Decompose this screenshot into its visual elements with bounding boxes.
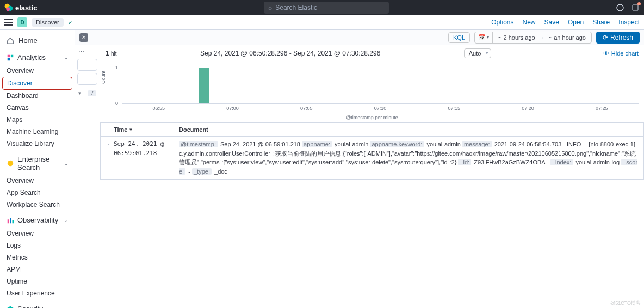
svg-point-2 xyxy=(6,7,10,11)
top-link-open[interactable]: Open xyxy=(568,19,584,26)
nav-item-discover[interactable]: Discover xyxy=(2,77,72,90)
nav-item-canvas[interactable]: Canvas xyxy=(2,102,72,114)
document-cell: @timestamp: Sep 24, 2021 @ 06:59:01.218 … xyxy=(179,140,641,176)
refresh-icon: ⟳ xyxy=(603,34,608,41)
chart-bar[interactable] xyxy=(199,68,209,103)
section-icon xyxy=(7,159,14,167)
nav-item-metrics[interactable]: Metrics xyxy=(2,251,72,263)
hide-chart-button[interactable]: 👁 Hide chart xyxy=(603,50,639,57)
svg-rect-6 xyxy=(8,58,10,60)
xtick: 06:55 xyxy=(153,106,165,111)
nav-item-overview[interactable]: Overview xyxy=(2,65,72,77)
help-icon[interactable] xyxy=(616,3,624,12)
nav-item-dashboard[interactable]: Dashboard xyxy=(2,90,72,102)
chevron-down-icon: ⌄ xyxy=(64,54,68,60)
xtick: 07:00 xyxy=(226,106,239,111)
svg-rect-8 xyxy=(8,219,9,223)
nav-home[interactable]: Home xyxy=(2,33,72,48)
svg-rect-10 xyxy=(13,220,14,223)
calendar-icon[interactable]: 📅▾ xyxy=(475,32,493,43)
table-row: › Sep 24, 2021 @ 06:59:01.218 @timestamp… xyxy=(101,137,643,179)
field-search[interactable] xyxy=(77,73,97,85)
top-link-new[interactable]: New xyxy=(523,19,536,26)
fields-toggle[interactable]: ▾ 7 xyxy=(77,87,97,99)
elastic-icon xyxy=(4,3,13,12)
app-breadcrumb[interactable]: Discover xyxy=(32,18,64,27)
xtick: 07:15 xyxy=(448,106,460,111)
results-table: Time ▼ Document › Sep 24, 2021 @ 06:59:0… xyxy=(100,122,644,180)
xtick: 07:20 xyxy=(522,106,534,111)
index-pattern-selector[interactable] xyxy=(77,59,97,71)
sort-desc-icon: ▼ xyxy=(128,127,133,132)
chevron-down-icon: ⌄ xyxy=(64,161,68,167)
xtick: 07:25 xyxy=(596,106,608,111)
time-range-display: Sep 24, 2021 @ 06:50:28.296 - Sep 24, 20… xyxy=(122,50,459,57)
fields-panel: ⋯ ≡ ▾ 7 xyxy=(75,45,100,308)
watermark: @51CTO博客 xyxy=(610,300,641,307)
nav-item-machine-learning[interactable]: Machine Learning xyxy=(2,126,72,138)
nav-item-app-search[interactable]: App Search xyxy=(2,187,72,199)
section-icon xyxy=(7,54,14,61)
section-icon xyxy=(7,217,14,224)
nav-item-overview[interactable]: Overview xyxy=(2,175,72,187)
top-link-inspect[interactable]: Inspect xyxy=(618,19,640,26)
svg-rect-4 xyxy=(8,54,10,57)
notification-dot xyxy=(637,2,641,5)
svg-point-7 xyxy=(8,161,14,167)
nav-sidebar: Home Analytics⌄OverviewDiscoverDashboard… xyxy=(0,30,75,308)
col-document[interactable]: Document xyxy=(177,123,643,136)
xtick: 07:05 xyxy=(300,106,313,111)
global-search[interactable]: ⌕ Search Elastic xyxy=(264,2,389,14)
news-icon[interactable] xyxy=(631,3,640,12)
svg-rect-9 xyxy=(10,218,11,223)
date-picker[interactable]: 📅▾ ~ 2 hours ago → ~ an hour ago xyxy=(474,32,592,44)
interval-select[interactable]: Auto xyxy=(464,48,492,58)
nav-item-apm[interactable]: APM xyxy=(2,263,72,275)
nav-section-security[interactable]: Security⌄ xyxy=(2,301,72,308)
nav-item-maps[interactable]: Maps xyxy=(2,114,72,126)
nav-item-logs[interactable]: Logs xyxy=(2,239,72,251)
search-icon: ⌕ xyxy=(268,4,272,11)
col-time[interactable]: Time ▼ xyxy=(112,123,177,136)
close-filter[interactable]: ✕ xyxy=(79,33,88,42)
saved-check-icon: ✓ xyxy=(68,19,73,26)
svg-point-3 xyxy=(617,4,623,11)
home-icon xyxy=(7,37,14,45)
svg-rect-5 xyxy=(11,54,13,57)
nav-section-analytics[interactable]: Analytics⌄ xyxy=(2,50,72,65)
xaxis-label: @timestamp per minute xyxy=(100,115,644,120)
arrow-right-icon: → xyxy=(539,34,545,41)
elastic-logo[interactable]: elastic xyxy=(4,3,37,12)
expand-row[interactable]: › xyxy=(103,140,114,176)
settings-icon[interactable]: ⋯ xyxy=(78,48,84,56)
chevron-down-icon: ⌄ xyxy=(64,306,68,308)
menu-toggle[interactable] xyxy=(4,18,13,27)
nav-item-uptime[interactable]: Uptime xyxy=(2,275,72,287)
nav-item-workplace-search[interactable]: Workplace Search xyxy=(2,199,72,211)
nav-item-visualize-library[interactable]: Visualize Library xyxy=(2,138,72,150)
xtick: 07:10 xyxy=(374,106,387,111)
top-link-share[interactable]: Share xyxy=(592,19,610,26)
list-icon[interactable]: ≡ xyxy=(86,48,90,56)
kql-toggle[interactable]: KQL xyxy=(448,32,470,43)
histogram-chart[interactable]: Count 1 0 06:5507:0007:0507:1007:1507:20… xyxy=(122,61,639,114)
avatar[interactable]: D xyxy=(17,17,27,27)
hit-count: 1 hit xyxy=(106,50,117,57)
eye-icon: 👁 xyxy=(603,50,609,57)
nav-item-user-experience[interactable]: User Experience xyxy=(2,287,72,299)
nav-item-overview[interactable]: Overview xyxy=(2,227,72,239)
refresh-button[interactable]: ⟳ Refresh xyxy=(596,32,640,44)
top-link-save[interactable]: Save xyxy=(544,19,559,26)
section-icon xyxy=(7,305,14,309)
brand-text: elastic xyxy=(15,4,37,12)
search-placeholder: Search Elastic xyxy=(275,4,317,11)
chevron-down-icon: ⌄ xyxy=(64,217,68,223)
nav-section-observability[interactable]: Observability⌄ xyxy=(2,213,72,227)
nav-section-enterprise-search[interactable]: Enterprise Search⌄ xyxy=(2,152,72,175)
top-link-options[interactable]: Options xyxy=(491,19,513,26)
